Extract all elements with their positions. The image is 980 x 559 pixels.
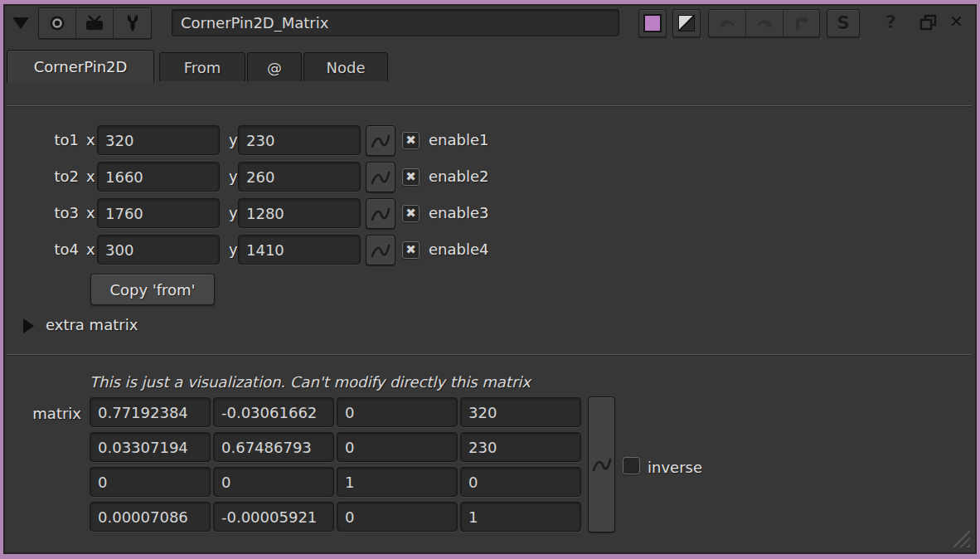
- y-axis-label: y: [229, 235, 238, 265]
- to1-x-input[interactable]: [97, 125, 220, 155]
- curve-icon: [370, 131, 391, 151]
- to3-x-input[interactable]: [97, 198, 220, 228]
- wrench-icon: [124, 13, 142, 33]
- copy-from-button[interactable]: Copy 'from': [90, 274, 215, 305]
- matrix-cell-1-0[interactable]: [90, 432, 211, 462]
- revert-arrow-icon: [792, 15, 812, 32]
- extra-matrix-label: extra matrix: [46, 314, 138, 337]
- check-icon: ✖: [405, 171, 416, 183]
- matrix-cell-2-2[interactable]: [337, 467, 458, 497]
- matrix-animation-button[interactable]: [588, 396, 615, 532]
- enable-label: enable4: [429, 235, 488, 265]
- revert-button[interactable]: [784, 10, 819, 36]
- properties-panel-window: S ? ✕ CornerPin2D From @ Node to1 x y: [0, 0, 980, 559]
- split-swatch-icon: [677, 14, 696, 32]
- matrix-cell-3-1[interactable]: [213, 502, 334, 532]
- x-axis-label: x: [86, 235, 95, 265]
- enable4-checkbox[interactable]: ✖: [402, 241, 420, 259]
- question-mark-icon: ?: [885, 12, 896, 32]
- triangle-right-icon: [23, 318, 34, 333]
- enable2-checkbox[interactable]: ✖: [402, 168, 420, 186]
- matrix-note: This is just a visualization. Can't modi…: [90, 373, 531, 391]
- tab-label: @: [267, 59, 282, 76]
- matrix-cell-1-2[interactable]: [337, 432, 458, 462]
- matrix-cell-0-0[interactable]: [90, 397, 211, 427]
- tab-from[interactable]: From: [159, 52, 245, 81]
- enable-label: enable2: [429, 162, 488, 192]
- check-icon: ✖: [405, 134, 416, 147]
- curve-icon: [591, 454, 613, 474]
- tab-at[interactable]: @: [247, 52, 302, 81]
- center-node-button[interactable]: [39, 8, 76, 38]
- matrix-label: matrix: [15, 399, 81, 429]
- point-label: to1: [25, 125, 79, 155]
- color-swatch-icon: [643, 14, 662, 32]
- to4-y-input[interactable]: [238, 235, 361, 265]
- s-button-label: S: [837, 13, 849, 33]
- y-axis-label: y: [229, 162, 238, 192]
- close-icon: ✕: [949, 12, 963, 32]
- tab-cornerpin2d[interactable]: CornerPin2D: [7, 50, 154, 83]
- enable3-checkbox[interactable]: ✖: [402, 205, 420, 222]
- x-axis-label: x: [86, 162, 95, 192]
- matrix-cell-1-3[interactable]: [460, 432, 581, 462]
- curve-icon: [370, 204, 391, 224]
- extra-matrix-expander[interactable]: [23, 318, 34, 333]
- panel-collapse-arrow[interactable]: [12, 17, 29, 29]
- point-label: to3: [25, 198, 79, 228]
- to2-animation-button[interactable]: [366, 162, 395, 192]
- curve-icon: [370, 168, 391, 187]
- float-window-button[interactable]: [919, 14, 938, 34]
- matrix-cell-0-2[interactable]: [337, 397, 458, 427]
- to3-y-input[interactable]: [238, 198, 361, 228]
- matrix-cell-3-2[interactable]: [337, 502, 458, 532]
- matrix-cell-3-0[interactable]: [90, 502, 211, 532]
- script-button[interactable]: S: [827, 9, 860, 37]
- matrix-cell-1-1[interactable]: [213, 432, 334, 462]
- matrix-cell-2-0[interactable]: [90, 467, 211, 497]
- inverse-label: inverse: [648, 453, 702, 483]
- monitor-output-button[interactable]: [76, 8, 114, 38]
- close-button[interactable]: ✕: [949, 13, 963, 30]
- to2-x-input[interactable]: [97, 162, 220, 192]
- section-divider: [7, 354, 972, 356]
- to1-animation-button[interactable]: [366, 125, 395, 156]
- undo-button[interactable]: [709, 10, 746, 36]
- node-settings-button[interactable]: [114, 8, 151, 38]
- matrix-cell-0-3[interactable]: [460, 397, 581, 427]
- titlebar-icon-group: [38, 7, 152, 39]
- node-name-input[interactable]: [172, 9, 619, 36]
- triangle-down-icon: [12, 17, 29, 29]
- help-button[interactable]: ?: [885, 13, 896, 32]
- tab-label: CornerPin2D: [34, 58, 128, 75]
- matrix-cell-2-3[interactable]: [460, 467, 581, 497]
- redo-button[interactable]: [746, 10, 784, 36]
- x-axis-label: x: [86, 125, 95, 155]
- history-button-group: [708, 9, 820, 37]
- y-axis-label: y: [229, 198, 238, 228]
- check-icon: ✖: [405, 244, 416, 256]
- enable1-checkbox[interactable]: ✖: [402, 132, 420, 149]
- matrix-cell-2-1[interactable]: [213, 467, 334, 497]
- to4-x-input[interactable]: [97, 235, 220, 265]
- enable-label: enable1: [429, 125, 488, 155]
- point-label: to4: [25, 235, 79, 265]
- matrix-cell-3-3[interactable]: [460, 502, 581, 532]
- copy-from-button-label: Copy 'from': [109, 281, 195, 299]
- to1-y-input[interactable]: [238, 125, 361, 155]
- x-axis-label: x: [86, 198, 95, 228]
- tv-icon: [84, 14, 105, 32]
- matrix-cell-0-1[interactable]: [213, 397, 334, 427]
- enable-label: enable3: [429, 198, 488, 228]
- to3-animation-button[interactable]: [366, 198, 395, 229]
- gl-color-button[interactable]: [672, 9, 701, 37]
- tab-label: From: [184, 59, 221, 76]
- to2-y-input[interactable]: [238, 162, 361, 192]
- tab-node[interactable]: Node: [303, 52, 388, 81]
- to4-animation-button[interactable]: [366, 235, 395, 265]
- node-color-button[interactable]: [638, 9, 667, 37]
- section-divider: [7, 105, 972, 107]
- inverse-checkbox[interactable]: [623, 457, 640, 474]
- check-icon: ✖: [405, 207, 416, 220]
- restore-window-icon: [919, 14, 938, 31]
